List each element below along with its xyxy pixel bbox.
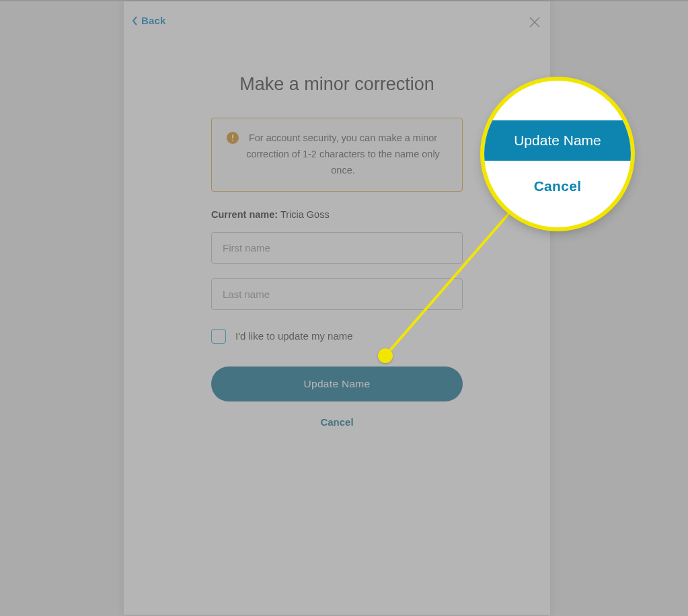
cancel-button[interactable]: Cancel <box>211 416 463 428</box>
svg-rect-3 <box>232 134 233 139</box>
highlight-dot <box>378 348 393 363</box>
callout-update-button: Update Name <box>484 120 631 161</box>
first-name-field[interactable] <box>211 232 463 264</box>
current-name-row: Current name: Tricia Goss <box>211 209 463 220</box>
callout-cancel-label: Cancel <box>534 178 582 194</box>
current-name-value: Tricia Goss <box>280 209 330 220</box>
modal-body: Make a minor correction For account secu… <box>124 35 550 428</box>
warning-icon <box>227 132 239 144</box>
update-name-button[interactable]: Update Name <box>211 367 463 401</box>
update-name-checkbox[interactable] <box>211 329 226 344</box>
back-label: Back <box>141 15 166 26</box>
page-title: Make a minor correction <box>211 74 463 95</box>
last-name-field[interactable] <box>211 278 463 310</box>
current-name-label: Current name: <box>211 209 278 220</box>
update-name-checkbox-row: I'd like to update my name <box>211 329 463 344</box>
checkbox-label: I'd like to update my name <box>235 330 353 342</box>
back-button[interactable]: Back <box>132 15 166 26</box>
close-button[interactable] <box>529 16 541 28</box>
chevron-left-icon <box>132 16 139 26</box>
close-icon <box>529 16 541 28</box>
modal-dialog: Back Make a minor correction For account… <box>124 1 550 615</box>
security-alert: For account security, you can make a min… <box>211 118 463 192</box>
modal-header: Back <box>124 1 550 35</box>
svg-rect-4 <box>232 140 233 141</box>
zoom-callout: Update Name Cancel <box>484 81 631 227</box>
alert-text: For account security, you can make a min… <box>240 130 446 179</box>
